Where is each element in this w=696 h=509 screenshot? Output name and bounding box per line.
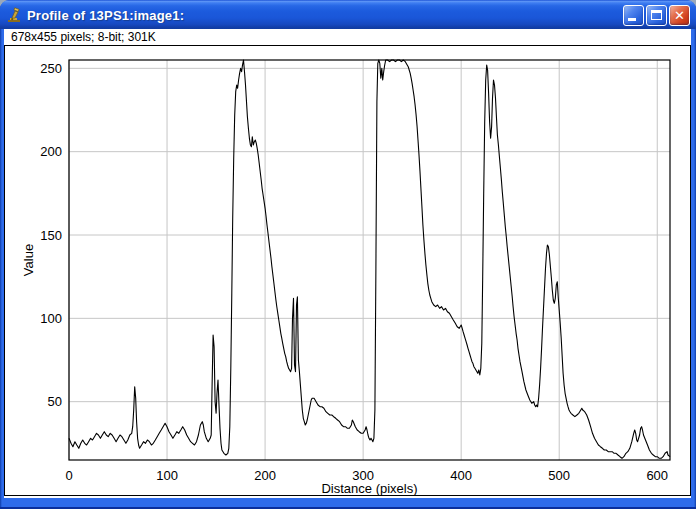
y-tick-label: 200 [40, 144, 62, 159]
y-tick-label: 50 [48, 394, 62, 409]
x-tick-label: 400 [450, 468, 472, 483]
x-tick-label: 0 [65, 468, 72, 483]
window-controls: ✕ [623, 5, 690, 26]
x-tick-label: 600 [646, 468, 668, 483]
close-icon: ✕ [670, 6, 689, 25]
x-tick-label: 500 [548, 468, 570, 483]
x-tick-label: 200 [254, 468, 276, 483]
minimize-button[interactable] [623, 5, 644, 26]
profile-line [69, 60, 670, 458]
maximize-button[interactable] [646, 5, 667, 26]
y-tick-label: 150 [40, 228, 62, 243]
plot-frame [69, 60, 670, 460]
window-content: 678x455 pixels; 8-bit; 301K 010020030040… [4, 29, 691, 498]
imagej-microscope-icon[interactable] [7, 7, 23, 23]
y-tick-label: 250 [40, 61, 62, 76]
window-title: Profile of 13PS1:image1: [27, 8, 615, 23]
y-axis-label: Value [21, 244, 36, 276]
plot-canvas[interactable]: 010020030040050060050100150200250Distanc… [4, 45, 691, 496]
profile-window: Profile of 13PS1:image1: ✕ 678x455 pixel… [0, 0, 696, 509]
x-axis-label: Distance (pixels) [321, 481, 417, 495]
profile-plot: 010020030040050060050100150200250Distanc… [5, 46, 690, 495]
x-tick-label: 100 [156, 468, 178, 483]
y-tick-label: 100 [40, 311, 62, 326]
image-info-text: 678x455 pixels; 8-bit; 301K [4, 29, 691, 45]
titlebar[interactable]: Profile of 13PS1:image1: ✕ [0, 0, 696, 29]
maximize-icon [651, 10, 662, 20]
close-button[interactable]: ✕ [669, 5, 690, 26]
minimize-icon [628, 18, 636, 21]
